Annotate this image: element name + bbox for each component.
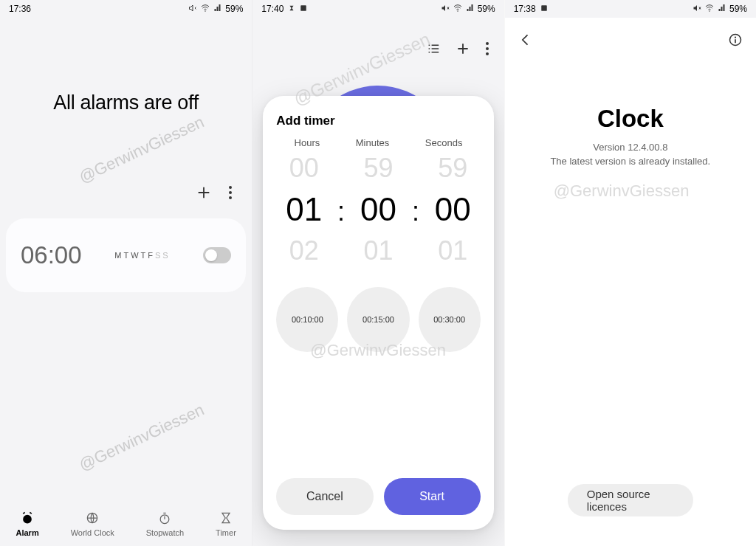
wifi-icon [200, 4, 210, 15]
nav-alarm[interactable]: Alarm [16, 511, 38, 537]
alarm-time: 06:00 [21, 241, 82, 269]
licences-button[interactable]: Open source licences [568, 484, 693, 516]
alarm-days: MTWTFSS [114, 251, 170, 260]
preset-15m[interactable]: 00:15:00 [347, 287, 409, 352]
picker-hours[interactable]: 00 01 02 [276, 153, 331, 266]
add-timer-sheet: Add timer Hours Minutes Seconds 00 01 02… [263, 96, 493, 530]
status-bar: 17:36 59% [0, 0, 252, 18]
header-minutes: Minutes [356, 137, 390, 148]
phone-timer: 17:40 59% Alarm World Clock Stopwatch Ti… [252, 0, 504, 546]
mute-icon [188, 4, 197, 15]
phone-about: 17:38 59% Clock Version 12.4.00.8 The la… [504, 0, 756, 546]
signal-icon [213, 4, 222, 15]
watermark: @GerwinvGiessen [76, 112, 207, 187]
add-icon[interactable] [196, 184, 212, 204]
bottom-nav: Alarm World Clock Stopwatch Timer [0, 502, 252, 546]
preset-10m[interactable]: 00:10:00 [276, 287, 338, 352]
header-seconds: Seconds [425, 137, 463, 148]
phone-alarm: 17:36 59% All alarms are off 06:00 MTWTF… [0, 0, 252, 546]
wifi-icon [453, 4, 463, 15]
signal-icon [718, 4, 726, 15]
more-icon[interactable] [485, 41, 489, 59]
sheet-title: Add timer [276, 114, 480, 128]
svg-rect-7 [301, 5, 307, 11]
alarm-toggle[interactable] [203, 247, 231, 263]
list-icon[interactable] [426, 43, 441, 58]
image-icon [300, 4, 307, 14]
battery-text: 59% [729, 4, 747, 14]
status-time: 17:40 [261, 4, 284, 14]
mute-icon [441, 4, 450, 15]
about-latest: The latest version is already installed. [505, 156, 756, 167]
svg-point-3 [229, 196, 232, 199]
nav-stopwatch[interactable]: Stopwatch [146, 511, 184, 537]
svg-point-11 [486, 52, 489, 55]
info-icon[interactable] [728, 32, 743, 50]
alarm-card[interactable]: 06:00 MTWTFSS [6, 218, 246, 292]
status-bar: 17:38 59% [505, 0, 756, 18]
svg-point-9 [486, 42, 489, 45]
svg-point-8 [457, 10, 458, 12]
svg-point-15 [735, 37, 736, 38]
mute-icon [693, 4, 701, 15]
picker-seconds[interactable]: 59 00 01 [425, 153, 481, 266]
wifi-icon [704, 4, 715, 15]
watermark: @GerwinvGiessen [554, 182, 690, 201]
svg-point-10 [486, 47, 489, 50]
svg-point-2 [229, 191, 232, 194]
more-icon[interactable] [228, 185, 233, 203]
nav-world[interactable]: World Clock [71, 511, 114, 537]
status-bar: 17:40 59% [252, 0, 504, 18]
hourglass-icon [288, 4, 295, 14]
cancel-button[interactable]: Cancel [276, 478, 373, 515]
page-title: All alarms are off [0, 91, 252, 114]
picker-separator: : [412, 196, 419, 227]
signal-icon [466, 4, 475, 15]
battery-text: 59% [225, 4, 243, 14]
nav-timer[interactable]: Timer [216, 511, 236, 537]
battery-text: 59% [478, 4, 495, 14]
image-icon [540, 4, 548, 14]
svg-point-1 [229, 186, 232, 189]
about-version: Version 12.4.00.8 [505, 142, 756, 153]
add-icon[interactable] [456, 41, 470, 59]
watermark: @GerwinvGiessen [76, 400, 207, 474]
status-time: 17:38 [514, 4, 536, 14]
svg-rect-12 [541, 5, 547, 11]
back-icon[interactable] [518, 32, 533, 50]
picker-separator: : [337, 196, 345, 227]
svg-point-4 [23, 515, 32, 524]
svg-point-0 [205, 10, 207, 12]
header-hours: Hours [295, 137, 320, 148]
preset-30m[interactable]: 00:30:00 [419, 287, 481, 352]
svg-point-13 [709, 10, 710, 12]
start-button[interactable]: Start [384, 478, 481, 515]
picker-minutes[interactable]: 59 00 01 [351, 153, 406, 266]
time-picker[interactable]: 00 01 02 : 59 00 01 : 59 00 01 [276, 153, 480, 266]
about-title: Clock [505, 105, 756, 133]
status-time: 17:36 [9, 4, 31, 14]
